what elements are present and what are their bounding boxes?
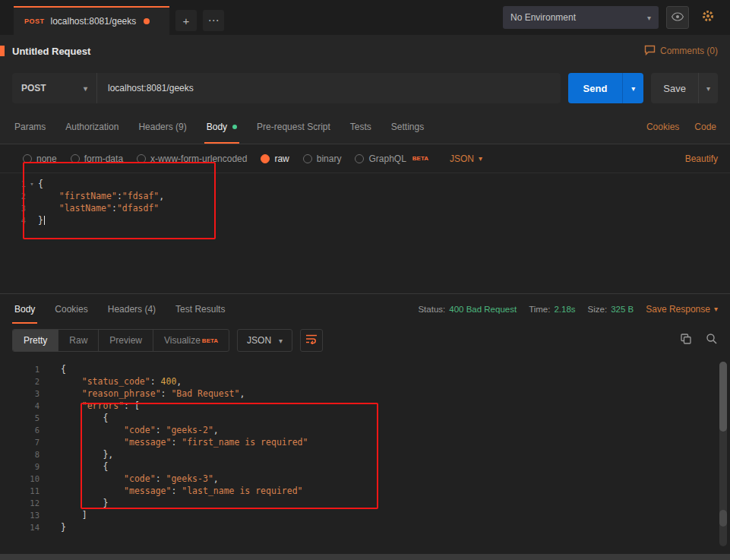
tab-url-label: localhost:8081/geeks [51, 16, 137, 27]
url-input[interactable] [97, 83, 561, 93]
code-text: } [40, 497, 108, 509]
unsaved-changes-dot-icon [144, 18, 150, 24]
settings-button[interactable] [697, 6, 719, 29]
new-tab-button[interactable]: + [175, 10, 197, 31]
response-scrollbar[interactable] [719, 362, 727, 546]
line-number: 3 [0, 388, 40, 400]
scrollbar-marker [719, 510, 727, 527]
response-tab-cookies[interactable]: Cookies [45, 294, 97, 324]
environment-quick-look-button[interactable] [666, 6, 689, 29]
environment-selector[interactable]: No Environment ▾ [503, 6, 659, 29]
tab-params[interactable]: Params [5, 109, 55, 144]
line-number: 6 [0, 424, 40, 436]
code-line: 2 "firstName":"fdsaf", [0, 190, 730, 202]
radio-icon [303, 154, 312, 163]
line-number: 8 [0, 448, 40, 460]
visualize-label: Visualize [164, 335, 201, 346]
code-text: }, [40, 448, 113, 460]
save-options-button[interactable]: ▾ [698, 73, 718, 103]
response-language-selector[interactable]: JSON ▾ [237, 329, 292, 352]
send-options-button[interactable]: ▾ [622, 73, 643, 103]
response-tab-test-results[interactable]: Test Results [166, 294, 235, 324]
method-selector[interactable]: POST ▾ [12, 73, 97, 103]
tab-settings[interactable]: Settings [381, 109, 434, 144]
visualize-beta-badge: BETA [202, 337, 218, 344]
code-text: } [38, 214, 45, 226]
response-body-editor[interactable]: 1{2 "status_code": 400,3 "reason_phrase"… [0, 357, 730, 554]
wrap-text-icon [305, 334, 318, 347]
response-tab-body[interactable]: Body [5, 294, 45, 324]
bodytype-urlencoded-label: x-www-form-urlencoded [150, 153, 247, 164]
fold-spacer [26, 190, 38, 202]
view-raw-button[interactable]: Raw [58, 330, 99, 351]
search-response-button[interactable] [706, 333, 718, 348]
tab-body-label: Body [207, 122, 227, 132]
raw-language-selector[interactable]: JSON ▾ [450, 153, 482, 164]
beautify-link[interactable]: Beautify [685, 153, 718, 164]
request-tabs: Params Authorization Headers (9) Body Pr… [5, 109, 434, 144]
code-text: "errors": [ [40, 400, 140, 412]
code-line: 2 "status_code": 400, [0, 375, 730, 388]
code-line: 11 "message": "last_name is required" [0, 485, 730, 497]
code-text: { [40, 460, 108, 473]
response-meta: Status: 400 Bad Request Time: 2.18s Size… [418, 304, 718, 315]
response-language-label: JSON [247, 335, 271, 346]
line-number: 1 [0, 363, 40, 375]
bodytype-raw-radio[interactable]: raw [261, 153, 289, 164]
request-tab[interactable]: POST localhost:8081/geeks [14, 6, 169, 35]
raw-language-label: JSON [450, 153, 474, 164]
view-pretty-button[interactable]: Pretty [13, 330, 58, 351]
tab-headers[interactable]: Headers (9) [128, 109, 196, 144]
code-line: 4 "errors": [ [0, 400, 730, 412]
code-line: 4} [0, 214, 730, 226]
request-body-editor[interactable]: 1▾{2 "firstName":"fdsaf",3 "lastName":"d… [0, 173, 730, 293]
line-number: 7 [0, 436, 40, 448]
code-text: "firstName":"fdsaf", [38, 190, 164, 202]
bodytype-none-radio[interactable]: none [23, 153, 57, 164]
body-type-bar: none form-data x-www-form-urlencoded raw… [0, 144, 730, 173]
line-number: 14 [0, 521, 40, 533]
code-line: 5 { [0, 412, 730, 424]
save-response-button[interactable]: Save Response ▾ [646, 304, 718, 315]
app-topbar: POST localhost:8081/geeks + ⋯ No Environ… [0, 0, 730, 35]
copy-response-button[interactable] [680, 333, 692, 348]
tab-tests[interactable]: Tests [340, 109, 381, 144]
code-text: "message": "last_name is required" [40, 485, 303, 497]
radio-selected-icon [261, 154, 270, 163]
scrollbar-thumb[interactable] [719, 362, 727, 432]
save-response-label: Save Response [646, 304, 710, 315]
send-button[interactable]: Send [568, 73, 623, 103]
line-number: 12 [0, 497, 40, 509]
bodytype-binary-radio[interactable]: binary [303, 153, 342, 164]
chevron-down-icon: ▾ [631, 84, 635, 93]
view-preview-button[interactable]: Preview [99, 330, 153, 351]
tab-pre-request-script[interactable]: Pre-request Script [247, 109, 340, 144]
request-title[interactable]: Untitled Request [12, 46, 90, 57]
wrap-lines-button[interactable] [300, 329, 323, 352]
code-text: "reason_phrase": "Bad Request", [40, 388, 245, 400]
tab-options-button[interactable]: ⋯ [203, 10, 224, 31]
line-number: 4 [0, 400, 40, 412]
topbar-right-controls: No Environment ▾ [503, 0, 730, 35]
cookies-link[interactable]: Cookies [646, 122, 679, 132]
radio-icon [355, 154, 364, 163]
size-label: Size: [588, 305, 608, 314]
graphql-beta-badge: BETA [412, 155, 428, 162]
line-number: 13 [0, 509, 40, 521]
bodytype-form-data-radio[interactable]: form-data [71, 153, 123, 164]
bodytype-urlencoded-radio[interactable]: x-www-form-urlencoded [137, 153, 247, 164]
line-number: 5 [0, 412, 40, 424]
chevron-down-icon: ▾ [706, 84, 710, 93]
view-visualize-button[interactable]: Visualize BETA [153, 330, 229, 351]
code-link[interactable]: Code [694, 122, 716, 132]
response-toolbar: Pretty Raw Preview Visualize BETA JSON ▾ [0, 324, 730, 357]
tab-authorization[interactable]: Authorization [55, 109, 128, 144]
fold-toggle-icon[interactable]: ▾ [26, 178, 38, 190]
bodytype-graphql-radio[interactable]: GraphQL BETA [355, 153, 428, 164]
tab-body[interactable]: Body [197, 109, 247, 144]
save-button[interactable]: Save [651, 73, 698, 103]
comments-button[interactable]: Comments (0) [644, 45, 718, 58]
response-tab-headers[interactable]: Headers (4) [98, 294, 166, 324]
status-badge: Status: 400 Bad Request [418, 305, 517, 314]
code-text: "message": "first_name is required" [40, 436, 308, 448]
